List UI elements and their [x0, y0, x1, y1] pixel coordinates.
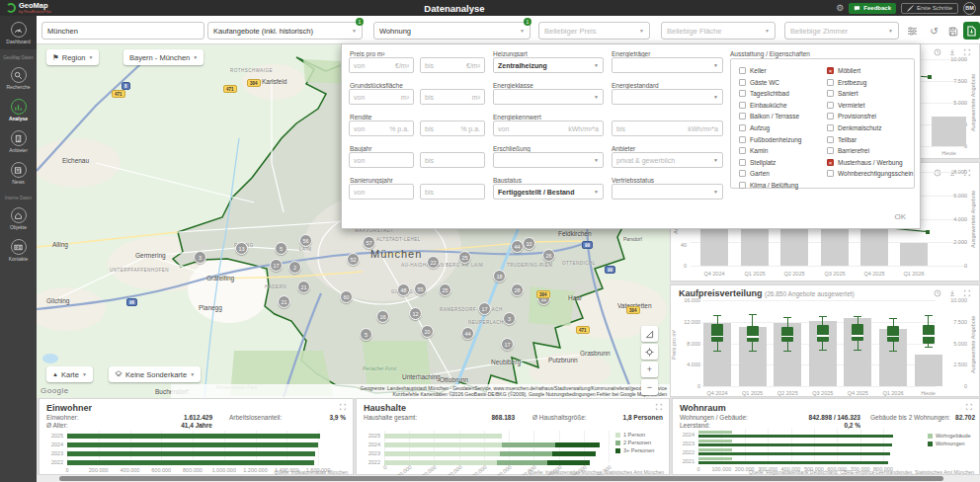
dwellings-bar-2021[interactable]	[698, 461, 888, 464]
map-cluster-marker[interactable]: 20	[421, 325, 434, 338]
feature-checkbox[interactable]: Aufzug	[739, 124, 770, 131]
gear-icon[interactable]: ⚙	[836, 3, 844, 13]
scrollbar-thumb[interactable]	[59, 476, 943, 481]
sidebar-item-news[interactable]: News	[0, 162, 37, 185]
map-cluster-marker[interactable]: 48	[397, 283, 410, 296]
special-map-chip[interactable]: Keine Sonderkarte▼	[109, 366, 201, 382]
household-bar-3+ Personen[interactable]	[555, 442, 600, 447]
household-bar-2 Personen[interactable]	[500, 451, 552, 456]
feature-checkbox[interactable]: Saniert	[827, 90, 858, 97]
household-bar-3+ Personen[interactable]	[552, 451, 596, 456]
household-bar-2 Personen[interactable]	[497, 460, 548, 465]
map-cluster-marker[interactable]: 13	[235, 242, 248, 255]
filter-select[interactable]: ▼	[493, 89, 604, 105]
feature-checkbox[interactable]: Denkmalschutz	[827, 124, 881, 131]
filter-input-bis[interactable]: bis€/m²	[420, 57, 485, 73]
bar-heute[interactable]	[932, 117, 966, 146]
household-bar-2 Personen[interactable]	[502, 442, 555, 447]
feature-checkbox[interactable]: Fußbodenheizung	[739, 136, 801, 143]
onboarding-button[interactable]: Erste Schritte	[901, 3, 958, 14]
map-cluster-marker[interactable]: 17	[478, 302, 491, 315]
household-bar-3+ Personen[interactable]	[547, 460, 590, 465]
population-bar-2022[interactable]	[67, 460, 314, 465]
sidebar-item-dashboard[interactable]: Dashboard	[0, 22, 37, 44]
save-icon[interactable]	[945, 24, 960, 39]
map-cluster-marker[interactable]: 60	[340, 290, 353, 303]
filter-input-von[interactable]: von	[349, 184, 414, 200]
area-select[interactable]: Beliebige Fläche▼	[661, 22, 776, 40]
price-box-Q2 2025[interactable]	[781, 327, 793, 342]
line-marker[interactable]	[926, 230, 930, 234]
filter-input[interactable]: vonkWh/m²*a	[493, 120, 604, 136]
line-marker[interactable]	[928, 75, 932, 79]
map-cluster-marker[interactable]: 25	[439, 283, 451, 296]
household-bar-1 Person[interactable]	[384, 442, 502, 447]
feedback-button[interactable]: Feedback	[849, 3, 896, 14]
filter-input-bis[interactable]: bism²	[420, 89, 485, 105]
population-bar-2024[interactable]	[67, 442, 318, 447]
feature-checkbox[interactable]: ×Möbliert	[827, 67, 860, 74]
filter-input[interactable]: biskWh/m²*a	[612, 120, 723, 136]
map-zoom-out-button[interactable]: −	[641, 379, 658, 395]
filter-select[interactable]: ▼	[493, 152, 604, 168]
basemap-chip[interactable]: ▲ Karte▼	[46, 366, 93, 382]
sidebar-item-analyse[interactable]: Analyse	[0, 99, 37, 121]
feature-checkbox[interactable]: Klima / Belüftung	[739, 182, 798, 189]
map-tilt-button[interactable]	[641, 326, 658, 342]
price-box-Q1 2026[interactable]	[887, 326, 899, 342]
undo-icon[interactable]: ↺	[927, 24, 941, 39]
map-cluster-marker[interactable]: 5	[275, 242, 287, 255]
map-cluster-marker[interactable]: 17	[270, 259, 283, 272]
map-cluster-marker[interactable]: 26	[542, 249, 555, 262]
search-location-input[interactable]: München	[41, 22, 204, 40]
map-cluster-marker[interactable]: 18	[493, 270, 506, 282]
rooms-select[interactable]: Beliebige Zimmer▼	[784, 22, 899, 40]
feature-checkbox[interactable]: Balkon / Terrasse	[739, 113, 799, 120]
feature-checkbox[interactable]: Barrierefrei	[827, 147, 869, 154]
export-button[interactable]	[963, 22, 980, 40]
map-cluster-marker[interactable]: 16	[376, 310, 389, 323]
feature-checkbox[interactable]: Einbauküche	[739, 102, 787, 109]
map-cluster-marker[interactable]: 3	[503, 312, 516, 325]
map-cluster-marker[interactable]: 5	[360, 328, 372, 341]
map-cluster-marker[interactable]: 21	[278, 295, 290, 308]
feature-checkbox[interactable]: Tageslichtbad	[739, 90, 789, 97]
filter-input-bis[interactable]: bis	[420, 184, 485, 200]
price-box-Q1 2025[interactable]	[747, 326, 759, 342]
map-cluster-marker[interactable]: 44	[461, 327, 474, 340]
category-select[interactable]: Wohnung▼	[373, 22, 531, 40]
feature-checkbox[interactable]: Keller	[739, 67, 767, 74]
map-cluster-marker[interactable]: 3	[194, 251, 206, 264]
feature-checkbox[interactable]: Erstbezug	[827, 79, 866, 86]
buildings-bar-2021[interactable]	[698, 457, 732, 460]
feature-checkbox[interactable]: Vermietet	[827, 102, 864, 109]
filter-input-bis[interactable]: bis% p.a.	[420, 120, 485, 136]
region-value-chip[interactable]: Bayern - München▼	[123, 49, 204, 65]
sidebar-item-recherche[interactable]: Recherche	[0, 67, 37, 90]
sidebar-item-objekte[interactable]: Objekte	[0, 207, 37, 230]
price-box-Q4 2024[interactable]	[711, 324, 723, 342]
buildings-bar-2022[interactable]	[698, 448, 732, 451]
map-cluster-marker[interactable]: 22	[427, 256, 440, 269]
feature-checkbox[interactable]: Provisionsfrei	[827, 113, 876, 120]
horizontal-scrollbar[interactable]	[37, 475, 980, 482]
price-select[interactable]: Beliebiger Preis▼	[538, 22, 650, 40]
map-zoom-in-button[interactable]: +	[641, 362, 658, 377]
region-mode-chip[interactable]: ⚑ Region▼	[46, 49, 99, 65]
population-bar-2023[interactable]	[67, 451, 315, 456]
filter-select[interactable]: ▼	[612, 184, 723, 200]
sidebar-item-anbieter[interactable]: Anbieter	[0, 130, 37, 153]
filter-select[interactable]: Fertiggestellt / Bestand▼	[493, 184, 604, 200]
count-bar-Heute[interactable]	[915, 355, 942, 386]
household-bar-1 Person[interactable]	[384, 451, 500, 456]
user-avatar[interactable]: BM	[963, 2, 976, 15]
feature-checkbox[interactable]: Wohnberechtigungsschein	[827, 170, 914, 177]
map-cluster-marker[interactable]: 12	[409, 307, 422, 320]
filter-select[interactable]: privat & gewerblich▼	[612, 152, 723, 168]
feature-checkbox[interactable]: ×Musterhaus / Werbung	[827, 159, 903, 166]
ok-button[interactable]: OK	[894, 212, 906, 221]
feature-checkbox[interactable]: Stellplatz	[739, 159, 776, 166]
buildings-bar-2023[interactable]	[698, 440, 732, 442]
filter-input-von[interactable]: von% p.a.	[349, 120, 414, 136]
map-cluster-marker[interactable]: 10	[523, 237, 535, 250]
